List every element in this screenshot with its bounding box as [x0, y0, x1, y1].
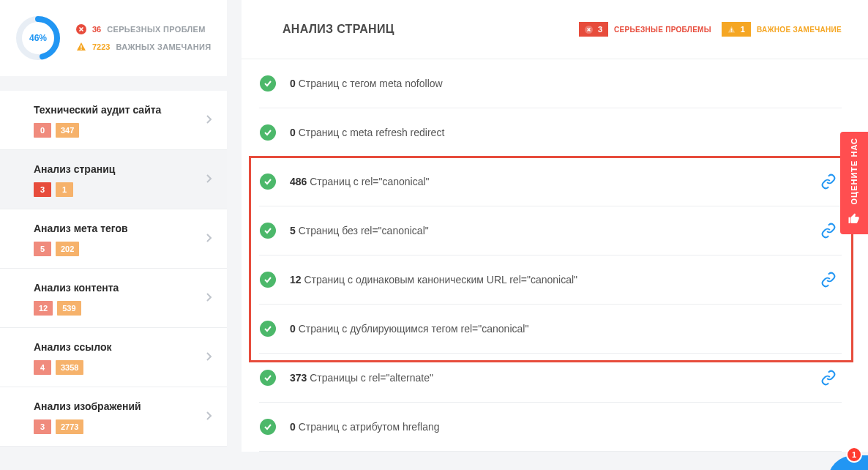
row-count: 0 — [290, 323, 296, 335]
error-count: 36 — [92, 25, 101, 34]
nav-item-title: Технический аудит сайта — [34, 104, 212, 116]
nav-badge-warnings: 539 — [57, 301, 81, 316]
nav-badge-warnings: 1 — [56, 182, 73, 197]
row-text: 12 Страниц с одинаковым каноническим URL… — [290, 274, 802, 286]
row-text: 0 Страниц с дублирующимся тегом rel="can… — [290, 323, 802, 335]
status-ok — [259, 419, 277, 435]
sidebar-item-2[interactable]: Анализ мета тегов5202 — [0, 209, 227, 269]
main-header: АНАЛИЗ СТРАНИЦ 3 СЕРЬЕЗНЫЕ ПРОБЛЕМЫ — [242, 0, 868, 59]
chevron-right-icon — [206, 351, 212, 364]
nav-badge-errors: 4 — [34, 360, 51, 375]
error-icon — [585, 25, 594, 34]
warning-icon — [727, 25, 736, 34]
error-label: СЕРЬЕЗНЫХ ПРОБЛЕМ — [107, 25, 205, 34]
row-text: 0 Страниц с meta refresh redirect — [290, 127, 802, 138]
row-text: 5 Страниц без rel="canonical" — [290, 225, 802, 236]
status-ok — [259, 370, 277, 386]
row-count: 0 — [290, 78, 296, 89]
analysis-rows: 0 Страниц с тегом meta nofollow0 Страниц… — [242, 59, 868, 452]
chevron-right-icon — [206, 113, 212, 127]
check-icon — [260, 75, 276, 92]
svg-rect-6 — [731, 28, 732, 30]
row-count: 486 — [290, 176, 307, 187]
check-icon — [260, 174, 276, 190]
summary-card: 46% 36 СЕРЬЕЗНЫХ ПРОБЛЕМ 7223 ВАЖНЫХ ЗАМ… — [0, 0, 227, 76]
analysis-row-2[interactable]: 486 Страниц с rel="canonical" — [259, 157, 842, 206]
analysis-row-1[interactable]: 0 Страниц с meta refresh redirect — [259, 108, 842, 157]
nav-badge-errors: 0 — [34, 123, 51, 138]
error-icon — [76, 24, 86, 34]
status-ok — [259, 75, 277, 92]
rate-us-tab[interactable]: ОЦЕНИТЕ НАС — [840, 132, 868, 234]
link-icon[interactable] — [815, 223, 842, 239]
analysis-row-7[interactable]: 0 Страниц с атрибутом hreflang — [259, 403, 842, 452]
row-count: 12 — [290, 274, 302, 286]
nav-badge-warnings: 347 — [56, 123, 79, 138]
row-count: 5 — [290, 225, 296, 236]
nav-item-title: Анализ мета тегов — [34, 223, 212, 234]
check-icon — [260, 321, 276, 337]
check-icon — [260, 223, 276, 239]
header-error-count: 3 — [598, 25, 602, 34]
sidebar-item-0[interactable]: Технический аудит сайта0347 — [0, 91, 227, 150]
analysis-row-6[interactable]: 373 Страницы с rel="alternate" — [259, 354, 842, 403]
header-warning-label: ВАЖНОЕ ЗАМЕЧАНИЕ — [757, 26, 842, 34]
status-ok — [259, 321, 277, 337]
notification-badge[interactable]: 1 — [846, 447, 862, 463]
score-donut: 46% — [15, 15, 61, 61]
header-error-label: СЕРЬЕЗНЫЕ ПРОБЛЕМЫ — [614, 26, 711, 34]
check-icon — [260, 124, 276, 141]
link-icon[interactable] — [815, 174, 842, 190]
row-text: 373 Страницы с rel="alternate" — [290, 372, 802, 384]
page-title: АНАЛИЗ СТРАНИЦ — [283, 23, 394, 36]
warning-icon — [76, 42, 86, 52]
header-error-badge[interactable]: 3 СЕРЬЕЗНЫЕ ПРОБЛЕМЫ — [579, 22, 711, 37]
nav-badge-errors: 12 — [34, 301, 53, 316]
nav-badge-errors: 5 — [34, 242, 51, 256]
thumbs-up-icon — [848, 212, 861, 228]
status-ok — [259, 124, 277, 141]
nav-item-title: Анализ изображений — [34, 400, 212, 412]
analysis-row-4[interactable]: 12 Страниц с одинаковым каноническим URL… — [259, 255, 842, 305]
nav-badge-errors: 3 — [34, 419, 51, 434]
link-icon[interactable] — [815, 272, 842, 288]
analysis-row-5[interactable]: 0 Страниц с дублирующимся тегом rel="can… — [259, 305, 842, 354]
chevron-right-icon — [206, 173, 212, 186]
svg-rect-3 — [81, 45, 81, 48]
nav-item-title: Анализ страниц — [34, 163, 212, 175]
svg-rect-7 — [731, 31, 732, 31]
analysis-row-3[interactable]: 5 Страниц без rel="canonical" — [259, 206, 842, 255]
header-warning-badge[interactable]: 1 ВАЖНОЕ ЗАМЕЧАНИЕ — [722, 22, 842, 37]
nav-badge-warnings: 202 — [56, 242, 79, 256]
sidebar-item-4[interactable]: Анализ ссылок43358 — [0, 328, 227, 387]
row-text: 486 Страниц с rel="canonical" — [290, 176, 802, 187]
row-text: 0 Страниц с атрибутом hreflang — [290, 421, 802, 433]
sidebar-item-1[interactable]: Анализ страниц31 — [0, 150, 227, 209]
nav-item-title: Анализ ссылок — [34, 341, 212, 353]
status-ok — [259, 174, 277, 190]
header-warning-count: 1 — [741, 25, 745, 34]
status-ok — [259, 223, 277, 239]
check-icon — [260, 419, 276, 435]
link-icon[interactable] — [815, 370, 842, 386]
chevron-right-icon — [206, 232, 212, 245]
row-count: 0 — [290, 127, 296, 138]
check-icon — [260, 272, 276, 288]
score-percent: 46% — [29, 33, 47, 43]
analysis-row-0[interactable]: 0 Страниц с тегом meta nofollow — [259, 59, 842, 108]
nav-badge-errors: 3 — [34, 182, 51, 197]
sidebar-item-5[interactable]: Анализ изображений32773 — [0, 387, 227, 447]
check-icon — [260, 370, 276, 386]
summary-errors: 36 СЕРЬЕЗНЫХ ПРОБЛЕМ — [76, 24, 211, 34]
summary-warnings: 7223 ВАЖНЫХ ЗАМЕЧАНИЯ — [76, 42, 211, 52]
svg-rect-4 — [81, 49, 81, 50]
nav-badge-warnings: 3358 — [56, 360, 83, 375]
sidebar-nav: Технический аудит сайта0347Анализ страни… — [0, 91, 227, 447]
sidebar-item-3[interactable]: Анализ контента12539 — [0, 269, 227, 328]
row-text: 0 Страниц с тегом meta nofollow — [290, 78, 802, 89]
rate-us-label: ОЦЕНИТЕ НАС — [850, 138, 858, 204]
chevron-right-icon — [206, 291, 212, 305]
warning-count: 7223 — [92, 42, 110, 51]
chevron-right-icon — [206, 410, 212, 423]
row-count: 373 — [290, 372, 307, 384]
